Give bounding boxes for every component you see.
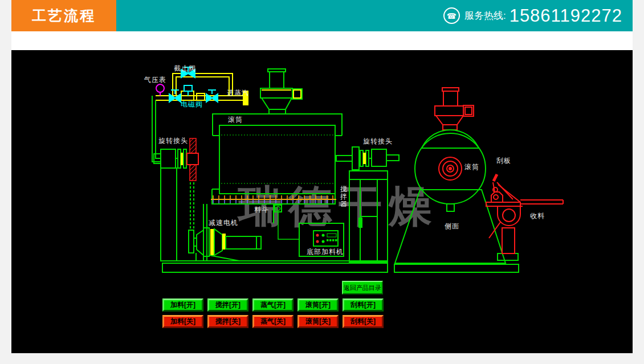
drum-side-drawing: [394, 130, 519, 272]
rotary-joint-right-drawing: [336, 147, 399, 170]
scrape-on-button[interactable]: 刮料[开]: [343, 298, 384, 312]
gear-motor-drawing: [189, 228, 261, 261]
label-side-view: 侧面: [445, 222, 459, 231]
steam-off-button[interactable]: 蒸气[关]: [252, 315, 294, 328]
process-diagram-canvas: 瑞德干燥: [11, 50, 633, 353]
scrape-off-button[interactable]: 刮料[关]: [343, 315, 384, 328]
steam-on-button[interactable]: 蒸气[开]: [252, 298, 294, 312]
on-button-row: 加料[开] 搅拌[开] 蒸气[开] 滚筒[开] 刮料[开]: [162, 298, 384, 312]
hotline-number: 15861192272: [510, 6, 622, 26]
label-hopper: 料斗: [254, 205, 269, 215]
agitator-shaft: [211, 195, 336, 203]
hotline-label: 服务热线:: [464, 9, 506, 22]
off-button-row: 加料[关] 搅拌[关] 蒸气[关] 滚筒[关] 刮料[关]: [162, 315, 384, 328]
drive-coupling: [187, 138, 198, 230]
top-feeder-drawing: [260, 69, 302, 114]
label-stop-valve: 截止阀: [174, 64, 196, 73]
drum-on-button[interactable]: 滚筒[开]: [297, 298, 339, 312]
label-agitator: 搅拌器: [340, 186, 348, 208]
label-pressure-gauge: 气压表: [144, 75, 166, 85]
feed-off-button[interactable]: 加料[关]: [162, 315, 203, 328]
label-solenoid-valve: 电磁阀: [181, 100, 203, 109]
hotline: ☎ 服务热线: 15861192272: [443, 0, 622, 31]
pressure-gauge-icon: [156, 84, 164, 96]
header-spacer: [11, 31, 633, 50]
label-steam-inlet: 进蒸汽: [227, 88, 249, 98]
label-scraper: 刮板: [496, 156, 511, 166]
feed-on-button[interactable]: 加料[开]: [162, 298, 203, 312]
drum-front-drawing: [212, 114, 342, 204]
condensate-pipe: [152, 96, 161, 162]
stir-off-button[interactable]: 搅拌[关]: [207, 315, 248, 328]
drum-axle-icon: [439, 157, 462, 180]
phone-icon: ☎: [443, 7, 460, 24]
back-to-catalog-button[interactable]: 返回产品目录: [342, 281, 383, 295]
drum-off-button[interactable]: 滚筒[关]: [297, 315, 339, 328]
label-gear-motor: 减速电机: [209, 218, 238, 228]
label-bottom-feeder: 底部加料机: [307, 247, 344, 257]
label-drum-front: 滚筒: [228, 115, 243, 125]
page-card: 工艺流程 ☎ 服务热线: 15861192272 瑞德干燥: [11, 0, 633, 353]
scraper-mechanism-drawing: [486, 174, 563, 253]
hopper-sensor: [275, 205, 299, 239]
page-title: 工艺流程: [11, 0, 116, 31]
header-bar: 工艺流程 ☎ 服务热线: 15861192272: [11, 0, 633, 31]
support-column: [349, 171, 388, 262]
base-frame: [161, 168, 388, 272]
label-rotary-joint-left: 旋转接头: [158, 136, 188, 146]
label-rotary-joint-right: 旋转接头: [363, 137, 393, 146]
label-drum-side: 滚筒: [464, 162, 479, 172]
stir-on-button[interactable]: 搅拌[开]: [207, 298, 248, 312]
label-collect-material: 收料: [530, 211, 545, 221]
red-top-feeder-drawing: [435, 88, 474, 130]
